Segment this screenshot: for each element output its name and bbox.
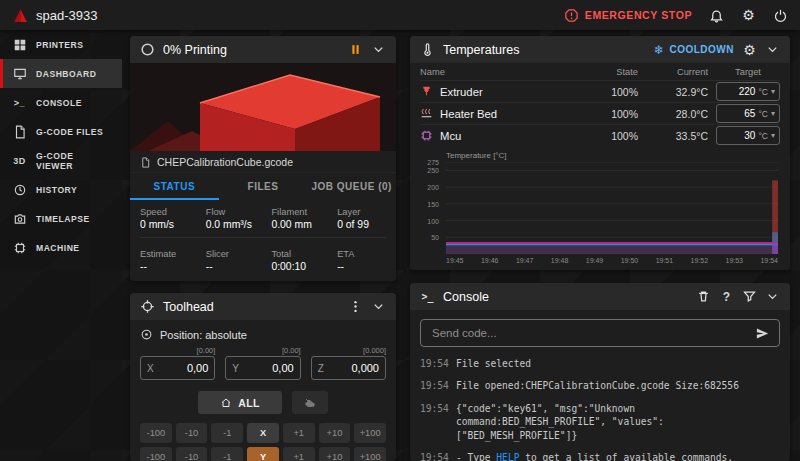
target-dropdown-caret[interactable]: ▾ bbox=[771, 109, 775, 118]
notifications-bell-icon[interactable] bbox=[709, 8, 724, 23]
heater-current: 33.5°C bbox=[646, 130, 708, 142]
move-x-minus-1[interactable]: -1 bbox=[211, 423, 243, 443]
console-entry: 19:54 - Type HELP to get a list of avail… bbox=[420, 451, 780, 461]
chart-y-axis: 27525020015010050 bbox=[420, 162, 442, 254]
axis-z-label: Z bbox=[318, 363, 324, 374]
chevron-down-icon[interactable] bbox=[371, 42, 386, 57]
temperatures-settings-gear-icon[interactable]: ⚙ bbox=[742, 42, 757, 57]
heater-state: 100% bbox=[586, 108, 638, 120]
dots-vertical-menu-icon[interactable] bbox=[348, 299, 363, 314]
tab-job-queue[interactable]: JOB QUEUE (0) bbox=[307, 173, 396, 200]
move-x-minus-10[interactable]: -10 bbox=[176, 423, 208, 443]
sidebar-item-gcode-viewer[interactable]: 3D G-CODE VIEWER bbox=[0, 146, 122, 175]
move-y-minus-100[interactable]: -100 bbox=[140, 447, 172, 461]
tab-status[interactable]: STATUS bbox=[130, 173, 219, 200]
axis-x-offset-hint: [0.00] bbox=[140, 346, 215, 356]
stat-value: -- bbox=[140, 261, 200, 272]
viewer-3d-icon: 3D bbox=[12, 153, 27, 168]
emergency-stop-button[interactable]: EMERGENCY STOP bbox=[564, 8, 692, 23]
console-header: >_ Console ? bbox=[410, 283, 790, 310]
stat-value: 0.00 mm bbox=[271, 219, 331, 230]
power-icon[interactable] bbox=[773, 8, 788, 23]
heater-bed-target-input[interactable]: 65 °C ▾ bbox=[716, 104, 780, 123]
move-y-plus-10[interactable]: +10 bbox=[319, 447, 351, 461]
console-log[interactable]: 19:54 File selected 19:54 File opened:CH… bbox=[410, 353, 790, 461]
temperatures-card: Temperatures ❄ COOLDOWN ⚙ Name State Cur… bbox=[410, 36, 790, 270]
home-all-label: ALL bbox=[238, 397, 260, 409]
extruder-target-input[interactable]: 220 °C ▾ bbox=[716, 82, 780, 101]
temperature-chart: Temperature [°C] 27525020015010050 19:45… bbox=[420, 152, 780, 268]
divider bbox=[140, 237, 386, 238]
sidebar-item-console[interactable]: >_ CONSOLE bbox=[0, 88, 122, 117]
console-entry-text: File selected bbox=[456, 357, 531, 370]
target-value: 220 bbox=[721, 86, 755, 97]
help-text-pre: - Type bbox=[456, 452, 496, 461]
move-y-plus-1[interactable]: +1 bbox=[283, 447, 315, 461]
file-icon bbox=[140, 157, 151, 168]
move-x-minus-100[interactable]: -100 bbox=[140, 423, 172, 443]
dashboard-monitor-icon bbox=[12, 66, 27, 81]
pause-icon[interactable] bbox=[348, 42, 363, 57]
sidebar-item-history[interactable]: HISTORY bbox=[0, 175, 122, 204]
console-entry-time: 19:54 bbox=[420, 402, 449, 442]
cooldown-button[interactable]: ❄ COOLDOWN bbox=[654, 44, 734, 56]
axis-x-value: 0,00 bbox=[187, 362, 208, 374]
chevron-down-icon[interactable] bbox=[371, 299, 386, 314]
move-y-minus-10[interactable]: -10 bbox=[176, 447, 208, 461]
move-y-plus-100[interactable]: +100 bbox=[354, 447, 386, 461]
console-prompt-icon: >_ bbox=[12, 95, 27, 110]
sidebar-item-label: TIMELAPSE bbox=[36, 214, 90, 224]
move-y-minus-1[interactable]: -1 bbox=[211, 447, 243, 461]
stat-label: Speed bbox=[140, 207, 200, 217]
target-unit: °C bbox=[758, 131, 768, 141]
sidebar-item-machine[interactable]: MACHINE bbox=[0, 233, 122, 262]
sidebar-item-printers[interactable]: PRINTERS bbox=[0, 30, 122, 59]
move-axis-x[interactable]: X bbox=[247, 423, 279, 443]
sidebar-item-timelapse[interactable]: TIMELAPSE bbox=[0, 204, 122, 233]
move-axis-y[interactable]: Y bbox=[247, 447, 279, 461]
chevron-down-icon[interactable] bbox=[765, 42, 780, 57]
printers-grid-icon bbox=[12, 37, 27, 52]
target-dropdown-caret[interactable]: ▾ bbox=[771, 87, 775, 96]
chart-target-bar bbox=[772, 244, 778, 254]
sidebar-item-dashboard[interactable]: DASHBOARD bbox=[0, 59, 122, 88]
sidebar-item-gcode-files[interactable]: G-CODE FILES bbox=[0, 117, 122, 146]
help-question-icon[interactable]: ? bbox=[719, 289, 734, 304]
move-x-plus-1[interactable]: +1 bbox=[283, 423, 315, 443]
temp-row-extruder: Extruder 100% 32.9°C 220 °C ▾ bbox=[420, 80, 780, 102]
toolhead-header: Toolhead bbox=[130, 293, 396, 320]
axis-x-field[interactable]: [0.00] X0,00 bbox=[140, 346, 215, 380]
chart-y-tick: 275 bbox=[427, 159, 439, 166]
axis-z-field[interactable]: [0.000] Z0,000 bbox=[311, 346, 386, 380]
move-x-plus-10[interactable]: +10 bbox=[319, 423, 351, 443]
target-dropdown-caret[interactable]: ▾ bbox=[771, 131, 775, 140]
chart-x-tick: 19:52 bbox=[691, 257, 709, 268]
console-entry-text: {"code":"key61", "msg":"Unknown command:… bbox=[456, 402, 780, 442]
chart-x-axis: 19:4519:4619:4719:4819:4919:5019:5119:52… bbox=[446, 257, 778, 268]
print-status-header: 0% Printing bbox=[130, 36, 396, 63]
trash-icon[interactable] bbox=[696, 289, 711, 304]
help-link[interactable]: HELP bbox=[496, 452, 519, 461]
home-all-button[interactable]: ALL bbox=[198, 391, 282, 414]
heater-state: 100% bbox=[586, 130, 638, 142]
chart-y-tick: 250 bbox=[427, 167, 439, 174]
axis-y-field[interactable]: [0.00] Y0,00 bbox=[225, 346, 300, 380]
sidebar-item-label: G-CODE FILES bbox=[36, 127, 103, 137]
settings-gear-icon[interactable]: ⚙ bbox=[741, 8, 756, 23]
sidebar-item-label: MACHINE bbox=[36, 243, 80, 253]
sidebar-item-label: G-CODE VIEWER bbox=[36, 151, 113, 171]
motors-off-button[interactable] bbox=[292, 391, 328, 414]
tab-files[interactable]: FILES bbox=[219, 173, 308, 200]
stat-label: ETA bbox=[337, 249, 386, 259]
mcu-target-input[interactable]: 30 °C ▾ bbox=[716, 126, 780, 145]
printer-title: spad-3933 bbox=[36, 8, 97, 23]
col-current: Current bbox=[646, 67, 708, 77]
chevron-down-icon[interactable] bbox=[765, 289, 780, 304]
move-x-plus-100[interactable]: +100 bbox=[354, 423, 386, 443]
col-state: State bbox=[586, 67, 638, 77]
filter-funnel-icon[interactable] bbox=[742, 289, 757, 304]
console-input[interactable] bbox=[430, 326, 747, 340]
send-icon[interactable] bbox=[755, 326, 770, 341]
emergency-stop-label: EMERGENCY STOP bbox=[585, 9, 692, 21]
mcu-chip-icon bbox=[420, 129, 433, 142]
